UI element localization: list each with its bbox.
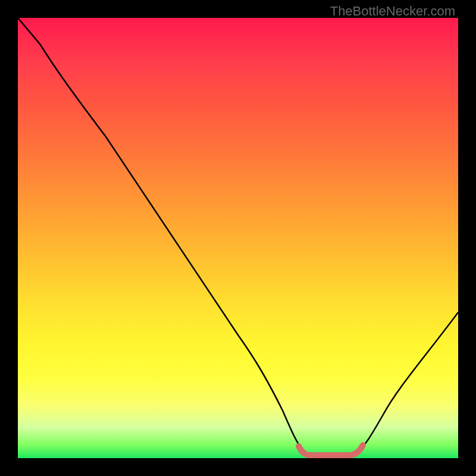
attribution-label: TheBottleNecker.com bbox=[330, 4, 455, 19]
optimal-zone-highlight bbox=[299, 445, 363, 455]
bottleneck-curve-path bbox=[18, 18, 458, 456]
chart-plot-area bbox=[18, 18, 458, 458]
chart-svg bbox=[18, 18, 458, 458]
